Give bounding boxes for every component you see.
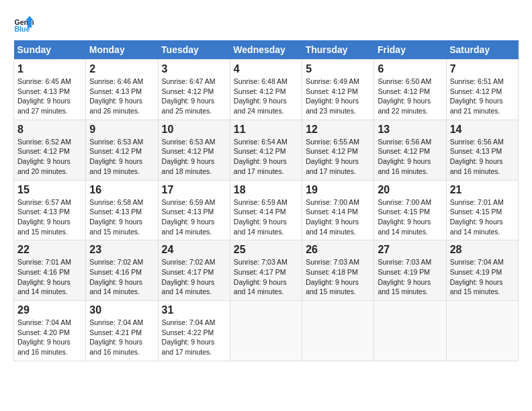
day-number: 9 [89, 124, 154, 136]
calendar-cell: 15 Sunrise: 6:57 AM Sunset: 4:13 PM Dayl… [14, 180, 86, 240]
day-number: 14 [450, 124, 515, 136]
day-number: 1 [17, 63, 82, 75]
cell-content: Sunrise: 7:04 AM Sunset: 4:20 PM Dayligh… [17, 318, 82, 357]
week-row-5: 29 Sunrise: 7:04 AM Sunset: 4:20 PM Dayl… [14, 301, 519, 361]
cell-content: Sunrise: 6:50 AM Sunset: 4:12 PM Dayligh… [378, 77, 442, 116]
day-header-sunday: Sunday [14, 40, 86, 60]
calendar-cell: 29 Sunrise: 7:04 AM Sunset: 4:20 PM Dayl… [14, 301, 86, 361]
cell-content: Sunrise: 7:01 AM Sunset: 4:16 PM Dayligh… [17, 257, 82, 297]
day-number: 4 [234, 63, 298, 75]
calendar-cell: 7 Sunrise: 6:51 AM Sunset: 4:12 PM Dayli… [446, 60, 518, 120]
day-header-tuesday: Tuesday [158, 40, 230, 60]
calendar-cell: 11 Sunrise: 6:54 AM Sunset: 4:12 PM Dayl… [230, 120, 302, 180]
calendar-cell: 5 Sunrise: 6:49 AM Sunset: 4:12 PM Dayli… [302, 60, 374, 120]
cell-content: Sunrise: 6:45 AM Sunset: 4:13 PM Dayligh… [17, 77, 82, 116]
calendar-cell [374, 301, 446, 361]
calendar-cell: 9 Sunrise: 6:53 AM Sunset: 4:12 PM Dayli… [86, 120, 158, 180]
cell-content: Sunrise: 7:00 AM Sunset: 4:14 PM Dayligh… [306, 197, 370, 237]
calendar-cell: 21 Sunrise: 7:01 AM Sunset: 4:15 PM Dayl… [446, 180, 518, 240]
cell-content: Sunrise: 6:56 AM Sunset: 4:13 PM Dayligh… [450, 137, 515, 177]
cell-content: Sunrise: 6:46 AM Sunset: 4:13 PM Dayligh… [89, 77, 154, 116]
calendar-cell: 2 Sunrise: 6:46 AM Sunset: 4:13 PM Dayli… [86, 60, 158, 120]
cell-content: Sunrise: 6:51 AM Sunset: 4:12 PM Dayligh… [450, 77, 515, 116]
day-number: 17 [162, 184, 226, 196]
day-number: 30 [89, 304, 154, 316]
cell-content: Sunrise: 7:02 AM Sunset: 4:17 PM Dayligh… [162, 257, 226, 297]
calendar-cell: 10 Sunrise: 6:53 AM Sunset: 4:12 PM Dayl… [158, 120, 230, 180]
day-number: 2 [89, 63, 154, 75]
cell-content: Sunrise: 6:54 AM Sunset: 4:12 PM Dayligh… [234, 137, 298, 177]
cell-content: Sunrise: 6:55 AM Sunset: 4:12 PM Dayligh… [306, 137, 370, 177]
day-number: 11 [234, 124, 298, 136]
logo-icon: General Blue [13, 13, 34, 34]
day-number: 18 [234, 184, 298, 196]
day-number: 25 [234, 244, 298, 256]
cell-content: Sunrise: 7:03 AM Sunset: 4:19 PM Dayligh… [378, 257, 442, 297]
day-number: 6 [378, 63, 442, 75]
cell-content: Sunrise: 6:48 AM Sunset: 4:12 PM Dayligh… [234, 77, 298, 116]
cell-content: Sunrise: 7:00 AM Sunset: 4:15 PM Dayligh… [378, 197, 442, 237]
calendar-cell: 17 Sunrise: 6:59 AM Sunset: 4:13 PM Dayl… [158, 180, 230, 240]
day-number: 31 [162, 304, 226, 316]
calendar-cell: 14 Sunrise: 6:56 AM Sunset: 4:13 PM Dayl… [446, 120, 518, 180]
day-number: 16 [89, 184, 154, 196]
calendar-cell: 26 Sunrise: 7:03 AM Sunset: 4:18 PM Dayl… [302, 240, 374, 301]
cell-content: Sunrise: 6:52 AM Sunset: 4:12 PM Dayligh… [17, 137, 82, 177]
calendar-cell: 1 Sunrise: 6:45 AM Sunset: 4:13 PM Dayli… [14, 60, 86, 120]
day-header-wednesday: Wednesday [230, 40, 302, 60]
day-header-friday: Friday [374, 40, 446, 60]
day-number: 29 [17, 304, 82, 316]
day-header-saturday: Saturday [446, 40, 518, 60]
cell-content: Sunrise: 6:47 AM Sunset: 4:12 PM Dayligh… [162, 77, 226, 116]
calendar-cell: 24 Sunrise: 7:02 AM Sunset: 4:17 PM Dayl… [158, 240, 230, 301]
calendar-cell: 25 Sunrise: 7:03 AM Sunset: 4:17 PM Dayl… [230, 240, 302, 301]
calendar-cell: 8 Sunrise: 6:52 AM Sunset: 4:12 PM Dayli… [14, 120, 86, 180]
calendar-cell: 6 Sunrise: 6:50 AM Sunset: 4:12 PM Dayli… [374, 60, 446, 120]
svg-text:Blue: Blue [15, 25, 30, 33]
week-row-4: 22 Sunrise: 7:01 AM Sunset: 4:16 PM Dayl… [14, 240, 519, 301]
logo: General Blue [13, 13, 36, 34]
cell-content: Sunrise: 7:01 AM Sunset: 4:15 PM Dayligh… [450, 197, 515, 237]
cell-content: Sunrise: 6:53 AM Sunset: 4:12 PM Dayligh… [162, 137, 226, 177]
calendar-cell: 12 Sunrise: 6:55 AM Sunset: 4:12 PM Dayl… [302, 120, 374, 180]
day-number: 26 [306, 244, 370, 256]
calendar-cell: 27 Sunrise: 7:03 AM Sunset: 4:19 PM Dayl… [374, 240, 446, 301]
week-row-3: 15 Sunrise: 6:57 AM Sunset: 4:13 PM Dayl… [14, 180, 519, 240]
day-number: 12 [306, 124, 370, 136]
day-number: 3 [162, 63, 226, 75]
cell-content: Sunrise: 6:53 AM Sunset: 4:12 PM Dayligh… [89, 137, 154, 177]
cell-content: Sunrise: 6:49 AM Sunset: 4:12 PM Dayligh… [306, 77, 370, 116]
cell-content: Sunrise: 7:04 AM Sunset: 4:21 PM Dayligh… [89, 318, 154, 357]
cell-content: Sunrise: 6:56 AM Sunset: 4:12 PM Dayligh… [378, 137, 442, 177]
day-number: 10 [162, 124, 226, 136]
calendar-cell: 18 Sunrise: 6:59 AM Sunset: 4:14 PM Dayl… [230, 180, 302, 240]
day-number: 19 [306, 184, 370, 196]
day-header-monday: Monday [86, 40, 158, 60]
calendar-cell: 23 Sunrise: 7:02 AM Sunset: 4:16 PM Dayl… [86, 240, 158, 301]
week-row-1: 1 Sunrise: 6:45 AM Sunset: 4:13 PM Dayli… [14, 60, 519, 120]
cell-content: Sunrise: 6:57 AM Sunset: 4:13 PM Dayligh… [17, 197, 82, 237]
cell-content: Sunrise: 6:58 AM Sunset: 4:13 PM Dayligh… [89, 197, 154, 237]
calendar-cell: 30 Sunrise: 7:04 AM Sunset: 4:21 PM Dayl… [86, 301, 158, 361]
page-header: General Blue [13, 13, 519, 34]
calendar-cell: 20 Sunrise: 7:00 AM Sunset: 4:15 PM Dayl… [374, 180, 446, 240]
cell-content: Sunrise: 7:03 AM Sunset: 4:18 PM Dayligh… [306, 257, 370, 297]
day-number: 7 [450, 63, 515, 75]
calendar-cell [302, 301, 374, 361]
calendar-cell: 22 Sunrise: 7:01 AM Sunset: 4:16 PM Dayl… [14, 240, 86, 301]
day-number: 22 [17, 244, 82, 256]
day-number: 24 [162, 244, 226, 256]
cell-content: Sunrise: 7:04 AM Sunset: 4:22 PM Dayligh… [162, 318, 226, 357]
cell-content: Sunrise: 6:59 AM Sunset: 4:13 PM Dayligh… [162, 197, 226, 237]
calendar-cell: 31 Sunrise: 7:04 AM Sunset: 4:22 PM Dayl… [158, 301, 230, 361]
cell-content: Sunrise: 7:03 AM Sunset: 4:17 PM Dayligh… [234, 257, 298, 297]
day-number: 20 [378, 184, 442, 196]
calendar-cell [230, 301, 302, 361]
day-number: 23 [89, 244, 154, 256]
day-number: 21 [450, 184, 515, 196]
calendar-table: SundayMondayTuesdayWednesdayThursdayFrid… [13, 40, 519, 361]
calendar-cell: 19 Sunrise: 7:00 AM Sunset: 4:14 PM Dayl… [302, 180, 374, 240]
calendar-cell [446, 301, 518, 361]
calendar-cell: 3 Sunrise: 6:47 AM Sunset: 4:12 PM Dayli… [158, 60, 230, 120]
calendar-cell: 28 Sunrise: 7:04 AM Sunset: 4:19 PM Dayl… [446, 240, 518, 301]
